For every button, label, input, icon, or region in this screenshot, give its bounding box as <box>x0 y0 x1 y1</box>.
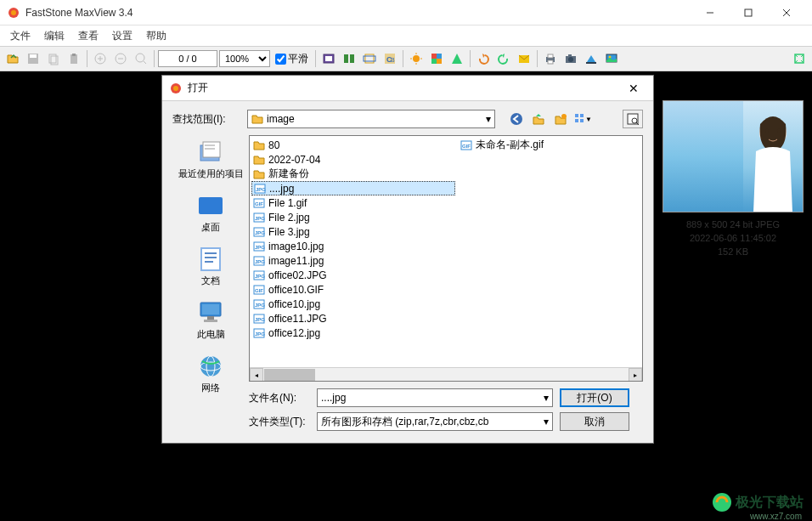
file-item[interactable]: JPGimage10.jpg <box>251 239 640 253</box>
brightness-button[interactable] <box>407 49 426 68</box>
fullscreen-button[interactable] <box>790 49 809 68</box>
paste-button[interactable] <box>65 49 83 68</box>
svg-point-1 <box>11 10 16 15</box>
svg-text:GIF: GIF <box>255 288 263 293</box>
maximize-button[interactable] <box>729 1 767 25</box>
file-item[interactable]: JPGFile 3.jpg <box>251 224 640 239</box>
email-button[interactable] <box>515 49 533 68</box>
file-item[interactable]: GIFoffice10.GIF <box>251 282 640 297</box>
zoom-in-button[interactable] <box>91 49 110 68</box>
svg-text:JPG: JPG <box>255 216 265 221</box>
cancel-button[interactable]: 取消 <box>560 412 629 431</box>
jpg-file-icon: JPG <box>253 327 265 339</box>
svg-line-18 <box>144 61 146 64</box>
file-item[interactable]: GIF未命名-副本.gif <box>459 138 545 152</box>
zoom-select[interactable]: 100% <box>219 50 270 67</box>
file-item[interactable]: 新建备份 <box>251 167 640 181</box>
dialog-titlebar: 打开 ✕ <box>162 76 653 101</box>
svg-point-103 <box>713 493 731 512</box>
file-item[interactable]: JPGoffice11.JPG <box>251 311 640 326</box>
place-desktop[interactable]: 桌面 <box>197 192 224 234</box>
copy-button[interactable] <box>44 49 63 68</box>
filetype-select[interactable]: 所有图形和存档 (zip,rar,7z,cbr,cbz,cb ▾ <box>317 412 553 431</box>
svg-rect-36 <box>437 59 442 64</box>
svg-text:B: B <box>391 57 395 63</box>
app-icon <box>7 6 20 20</box>
svg-point-49 <box>173 86 178 91</box>
file-name: File 3.jpg <box>268 226 310 238</box>
filename-input[interactable]: ....jpg ▾ <box>317 388 553 407</box>
new-folder-button[interactable] <box>551 110 570 128</box>
menu-view[interactable]: 查看 <box>71 27 105 45</box>
svg-point-42 <box>568 57 573 62</box>
file-item[interactable]: JPGoffice10.jpg <box>251 297 640 311</box>
svg-rect-61 <box>205 144 215 146</box>
menu-file[interactable]: 文件 <box>3 27 37 45</box>
undo-button[interactable] <box>474 49 493 68</box>
file-item[interactable]: 2022-07-04 <box>251 152 640 167</box>
dropdown-arrow-icon: ▾ <box>486 113 491 125</box>
dialog-close-button[interactable]: ✕ <box>621 78 646 99</box>
color-button[interactable] <box>427 49 446 68</box>
file-item[interactable]: JPGoffice02.JPG <box>251 268 640 282</box>
scanner-button[interactable] <box>582 49 601 68</box>
file-name: 80 <box>268 139 279 151</box>
print-button[interactable] <box>541 49 560 68</box>
page-counter[interactable]: 0 / 0 <box>158 50 217 67</box>
place-recent[interactable]: 最近使用的项目 <box>178 139 244 180</box>
file-item[interactable]: JPGimage11.jpg <box>251 253 640 268</box>
minimize-button[interactable] <box>691 1 729 25</box>
file-item[interactable]: JPG....jpg <box>251 181 455 195</box>
svg-text:JPG: JPG <box>255 230 265 235</box>
file-item[interactable]: JPGoffice12.jpg <box>251 326 640 340</box>
svg-text:GIF: GIF <box>462 144 471 149</box>
zoom-out-button[interactable] <box>111 49 130 68</box>
file-list-area[interactable]: 802022-07-04新建备份JPG....jpgGIFFile 1.gifJ… <box>249 135 643 382</box>
horizontal-scrollbar[interactable]: ◂ ▸ <box>250 367 642 381</box>
file-name: 新建备份 <box>268 167 309 181</box>
wallpaper-button[interactable] <box>602 49 621 68</box>
place-documents[interactable]: 文档 <box>197 246 224 287</box>
svg-rect-66 <box>205 257 217 258</box>
scroll-right-arrow[interactable]: ▸ <box>629 368 642 382</box>
lookin-select[interactable]: image ▾ <box>247 110 495 128</box>
camera-button[interactable] <box>561 49 580 68</box>
svg-rect-3 <box>745 9 752 16</box>
file-item[interactable]: GIFFile 1.gif <box>251 195 640 210</box>
menu-help[interactable]: 帮助 <box>139 27 173 45</box>
place-thispc[interactable]: 此电脑 <box>197 299 225 341</box>
menu-edit[interactable]: 编辑 <box>37 27 71 45</box>
svg-rect-62 <box>205 148 215 150</box>
smooth-checkbox[interactable]: 平滑 <box>275 52 308 66</box>
file-name: office10.jpg <box>268 298 320 310</box>
menu-settings[interactable]: 设置 <box>105 27 139 45</box>
scroll-left-arrow[interactable]: ◂ <box>250 368 263 382</box>
watermark: 极光下载站 www.xz7.com <box>712 492 804 513</box>
open-dialog: 打开 ✕ 查找范围(I): image ▾ ▼ 最近使用的项目 <box>161 75 654 444</box>
redo-button[interactable] <box>494 49 513 68</box>
toolbar: 0 / 0 100% 平滑 CB <box>0 46 812 71</box>
open-button[interactable]: 打开(O) <box>560 388 629 407</box>
draw-button[interactable]: CB <box>381 49 399 68</box>
svg-rect-70 <box>207 316 214 320</box>
filetype-label: 文件类型(T): <box>249 415 310 429</box>
zoom-fit-button[interactable] <box>132 49 150 68</box>
open-file-button[interactable] <box>3 49 22 68</box>
save-button[interactable] <box>24 49 42 68</box>
rotate-button[interactable] <box>448 49 466 68</box>
slideshow-button[interactable] <box>319 49 338 68</box>
file-item[interactable]: JPGFile 2.jpg <box>251 210 640 224</box>
svg-point-51 <box>561 114 567 119</box>
documents-icon <box>200 246 222 272</box>
folder-icon <box>253 154 265 166</box>
close-button[interactable] <box>767 1 805 25</box>
place-network[interactable]: 网络 <box>197 353 224 394</box>
view-menu-button[interactable]: ▼ <box>573 110 592 128</box>
up-button[interactable] <box>529 110 548 128</box>
back-button[interactable] <box>507 110 526 128</box>
crop-button[interactable] <box>360 49 379 68</box>
preview-toggle-button[interactable] <box>623 110 643 128</box>
scroll-thumb[interactable] <box>264 369 315 381</box>
file-item[interactable]: 80 <box>251 138 640 152</box>
compare-button[interactable] <box>340 49 358 68</box>
